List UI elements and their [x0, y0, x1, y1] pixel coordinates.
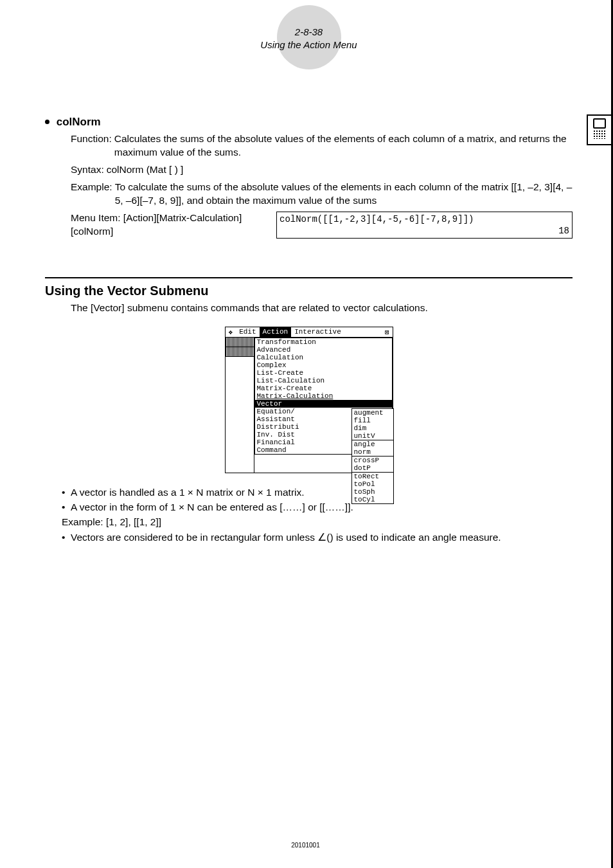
- section-divider: [45, 277, 573, 278]
- submenu-item: toCyl: [352, 496, 393, 503]
- menu-app-icon: ❖: [226, 327, 236, 337]
- menu-interactive: Interactive: [291, 327, 344, 337]
- menu-item: List-Calculation: [255, 377, 392, 384]
- angle-symbol: ∠: [317, 532, 326, 543]
- toolbar-row: [226, 338, 254, 347]
- device-screenshot: ❖ Edit Action Interactive ⊠ Transformati…: [225, 327, 393, 473]
- submenu-item: toRect: [352, 473, 393, 480]
- submenu-item: norm: [352, 448, 393, 456]
- function-name: colNorm: [57, 116, 101, 128]
- menu-item: Matrix-Create: [255, 384, 392, 392]
- submenu-item: dotP: [352, 464, 393, 472]
- function-heading: colNorm: [45, 116, 573, 129]
- submenu-item: toSph: [352, 488, 393, 496]
- menu-item: Transformation: [255, 338, 392, 346]
- syntax-label: Syntax:: [71, 163, 107, 177]
- note-1: A vector is handled as a 1 × N matrix or…: [71, 485, 305, 500]
- note-2: A vector in the form of 1 × N can be ent…: [71, 500, 353, 514]
- calc-display: colNorm([[1,-2,3][4,-5,-6][-7,8,9]]) 18: [276, 212, 573, 239]
- vector-submenu: augment fill dim unitV angle norm crossP…: [351, 408, 394, 504]
- toolbar-row: [226, 347, 254, 357]
- note-3: Vectors are considered to be in rectangu…: [71, 530, 501, 545]
- page-header: 2-8-38 Using the Action Menu: [45, 0, 573, 89]
- menu-item: Matrix-Calculation: [255, 392, 392, 400]
- notes-example-text: [1, 2], [[1, 2]]: [106, 516, 161, 527]
- submenu-item: toPol: [352, 480, 393, 488]
- menu-action: Action: [260, 327, 292, 337]
- menu-item: List-Create: [255, 369, 392, 377]
- menu-item: Calculation: [255, 354, 392, 361]
- page-ref: 2-8-38: [45, 26, 573, 39]
- submenu-item: crossP: [352, 457, 393, 464]
- example-text: To calculate the sums of the absolute va…: [115, 181, 573, 208]
- screen-icon: [593, 118, 606, 129]
- menu-item-label: Menu Item:: [71, 212, 121, 223]
- calc-input: colNorm([[1,-2,3][4,-5,-6][-7,8,9]]): [280, 213, 569, 225]
- function-text: Calculates the sums of the absolute valu…: [114, 132, 573, 159]
- section-heading: Using the Vector Submenu: [45, 284, 573, 298]
- page-title: Using the Action Menu: [45, 39, 573, 51]
- submenu-item: unitV: [352, 432, 393, 440]
- syntax-text: colNorm (Mat [ ) ]: [107, 163, 573, 177]
- example-label: Example:: [71, 181, 115, 208]
- submenu-item: fill: [352, 417, 393, 424]
- footer-code: 20101001: [0, 842, 611, 849]
- section-intro: The [Vector] submenu contains commands t…: [45, 302, 573, 314]
- menu-item-vector: Vector: [255, 400, 392, 408]
- menu-close-icon: ⊠: [382, 327, 393, 337]
- menu-item: Complex: [255, 361, 392, 369]
- submenu-item: augment: [352, 409, 393, 417]
- submenu-item: dim: [352, 424, 393, 432]
- function-label: Function:: [71, 132, 114, 159]
- device-icon: [587, 114, 611, 145]
- submenu-item: angle: [352, 440, 393, 448]
- calc-result: 18: [280, 225, 569, 237]
- screenshot-menubar: ❖ Edit Action Interactive ⊠: [226, 327, 393, 338]
- screenshot-toolbar: [226, 338, 254, 473]
- keypad-icon: [593, 130, 606, 139]
- menu-item: Advanced: [255, 346, 392, 354]
- menu-edit: Edit: [236, 327, 259, 337]
- bullet-icon: [45, 120, 49, 124]
- notes-example-label: Example:: [62, 516, 103, 527]
- notes-block: •A vector is handled as a 1 × N matrix o…: [45, 485, 573, 545]
